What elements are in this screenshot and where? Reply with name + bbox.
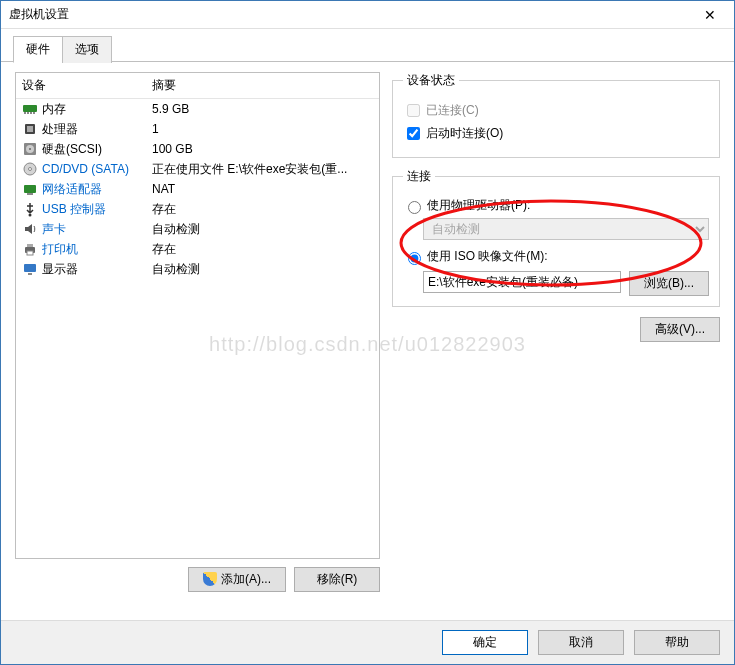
hardware-buttons: 添加(A)... 移除(R): [15, 567, 380, 592]
svg-rect-16: [27, 244, 33, 247]
tab-options[interactable]: 选项: [62, 36, 112, 63]
usb-icon: [22, 201, 38, 217]
memory-icon: [22, 101, 38, 117]
device-name: 显示器: [42, 261, 152, 278]
ok-button[interactable]: 确定: [442, 630, 528, 655]
device-name: 打印机: [42, 241, 152, 258]
connected-checkbox: [407, 104, 420, 117]
tab-hardware[interactable]: 硬件: [13, 36, 63, 63]
titlebar: 虚拟机设置 ✕: [1, 1, 734, 29]
svg-point-11: [29, 168, 32, 171]
use-physical-row[interactable]: 使用物理驱动器(P):: [403, 197, 709, 214]
footer: 确定 取消 帮助: [1, 620, 734, 664]
svg-rect-18: [24, 264, 36, 272]
svg-rect-17: [27, 251, 33, 255]
hardware-row[interactable]: 声卡自动检测: [16, 219, 379, 239]
cpu-icon: [22, 121, 38, 137]
use-iso-label: 使用 ISO 映像文件(M):: [427, 248, 548, 265]
use-iso-radio[interactable]: [408, 252, 421, 265]
connection-legend: 连接: [403, 168, 435, 185]
disk-icon: [22, 141, 38, 157]
display-icon: [22, 261, 38, 277]
connected-row: 已连接(C): [403, 101, 709, 120]
disc-icon: [22, 161, 38, 177]
connect-at-poweron-row[interactable]: 启动时连接(O): [403, 124, 709, 143]
device-name: 硬盘(SCSI): [42, 141, 152, 158]
device-summary: NAT: [152, 182, 373, 196]
svg-rect-4: [33, 112, 35, 114]
col-header-summary: 摘要: [152, 77, 176, 94]
device-name: 网络适配器: [42, 181, 152, 198]
device-name: USB 控制器: [42, 201, 152, 218]
device-name: 内存: [42, 101, 152, 118]
device-summary: 存在: [152, 201, 373, 218]
use-iso-row[interactable]: 使用 ISO 映像文件(M):: [403, 248, 709, 265]
connection-group: 连接 使用物理驱动器(P): 自动检测 使用 ISO 映像文件(M): 浏览: [392, 168, 720, 307]
svg-rect-12: [24, 185, 36, 193]
svg-rect-3: [30, 112, 32, 114]
add-hardware-button[interactable]: 添加(A)...: [188, 567, 286, 592]
svg-rect-0: [23, 105, 37, 112]
hardware-row[interactable]: CD/DVD (SATA)正在使用文件 E:\软件exe安装包(重...: [16, 159, 379, 179]
svg-rect-1: [24, 112, 26, 114]
device-state-group: 设备状态 已连接(C) 启动时连接(O): [392, 72, 720, 158]
browse-button[interactable]: 浏览(B)...: [629, 271, 709, 296]
svg-point-9: [29, 148, 31, 150]
advanced-button[interactable]: 高级(V)...: [640, 317, 720, 342]
use-physical-radio[interactable]: [408, 201, 421, 214]
hardware-row[interactable]: 硬盘(SCSI)100 GB: [16, 139, 379, 159]
hardware-row[interactable]: USB 控制器存在: [16, 199, 379, 219]
device-summary: 100 GB: [152, 142, 373, 156]
device-summary: 5.9 GB: [152, 102, 373, 116]
left-column: 设备 摘要 内存5.9 GB处理器1硬盘(SCSI)100 GBCD/DVD (…: [15, 72, 380, 592]
connect-at-poweron-label: 启动时连接(O): [426, 125, 503, 142]
close-icon[interactable]: ✕: [690, 3, 730, 27]
tab-bar: 硬件 选项: [13, 35, 734, 62]
device-name: 声卡: [42, 221, 152, 238]
hardware-row[interactable]: 网络适配器NAT: [16, 179, 379, 199]
add-label: 添加(A)...: [221, 572, 271, 586]
svg-point-14: [29, 214, 32, 217]
use-physical-label: 使用物理驱动器(P):: [427, 197, 530, 214]
device-summary: 自动检测: [152, 261, 373, 278]
device-summary: 存在: [152, 241, 373, 258]
right-column: 设备状态 已连接(C) 启动时连接(O) 连接 使用物理驱动器(P):: [392, 72, 720, 592]
sound-icon: [22, 221, 38, 237]
physical-drive-combo: 自动检测: [423, 218, 709, 240]
hardware-list-header: 设备 摘要: [16, 73, 379, 99]
body-area: 设备 摘要 内存5.9 GB处理器1硬盘(SCSI)100 GBCD/DVD (…: [1, 62, 734, 592]
remove-hardware-button[interactable]: 移除(R): [294, 567, 380, 592]
hardware-row[interactable]: 处理器1: [16, 119, 379, 139]
printer-icon: [22, 241, 38, 257]
device-summary: 自动检测: [152, 221, 373, 238]
hardware-row[interactable]: 打印机存在: [16, 239, 379, 259]
vm-settings-window: 虚拟机设置 ✕ 硬件 选项 设备 摘要 内存5.9 GB处理器1硬盘(SCSI)…: [0, 0, 735, 665]
help-button[interactable]: 帮助: [634, 630, 720, 655]
svg-rect-6: [27, 126, 33, 132]
hardware-row[interactable]: 内存5.9 GB: [16, 99, 379, 119]
hardware-row[interactable]: 显示器自动检测: [16, 259, 379, 279]
nic-icon: [22, 181, 38, 197]
device-state-legend: 设备状态: [403, 72, 459, 89]
svg-rect-19: [28, 273, 32, 275]
device-name: CD/DVD (SATA): [42, 162, 152, 176]
window-title: 虚拟机设置: [9, 6, 690, 23]
shield-icon: [203, 572, 217, 586]
device-summary: 1: [152, 122, 373, 136]
connected-label: 已连接(C): [426, 102, 479, 119]
hardware-list[interactable]: 设备 摘要 内存5.9 GB处理器1硬盘(SCSI)100 GBCD/DVD (…: [15, 72, 380, 559]
cancel-button[interactable]: 取消: [538, 630, 624, 655]
svg-rect-2: [27, 112, 29, 114]
device-name: 处理器: [42, 121, 152, 138]
col-header-device: 设备: [22, 77, 152, 94]
device-summary: 正在使用文件 E:\软件exe安装包(重...: [152, 161, 373, 178]
iso-path-input[interactable]: [423, 271, 621, 293]
advanced-row: 高级(V)...: [392, 317, 720, 342]
connect-at-poweron-checkbox[interactable]: [407, 127, 420, 140]
svg-rect-13: [27, 193, 33, 195]
